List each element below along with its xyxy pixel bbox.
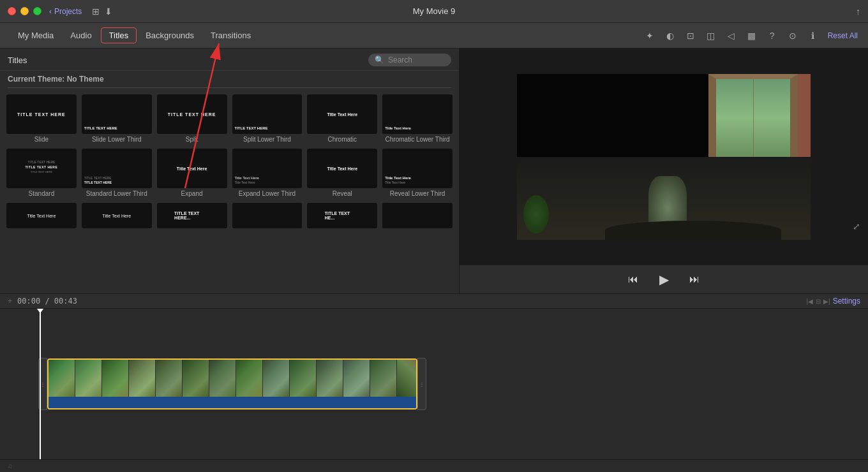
skip-back-button[interactable]: ⏮ bbox=[624, 270, 642, 288]
titlebar: ‹ Projects ⊞ ⬇ My Movie 9 ↑ bbox=[0, 0, 868, 23]
video-preview: ⤢ bbox=[460, 48, 868, 265]
film-frame bbox=[397, 360, 416, 398]
title-item-reveal[interactable]: Title Text Here Reveal bbox=[306, 147, 378, 199]
title-item-row3-3[interactable]: TITLE TEXT HERE... bbox=[156, 202, 228, 230]
timeline-footer: ♫ bbox=[0, 459, 868, 472]
preview-panel: ⤢ ⏮ ▶ ⏭ bbox=[460, 48, 868, 293]
theme-header: Current Theme: No Theme bbox=[0, 71, 459, 87]
film-frame bbox=[317, 360, 343, 398]
title-item-row3-1[interactable]: Title Text Here bbox=[5, 202, 78, 230]
close-button[interactable] bbox=[8, 7, 16, 15]
title-item-split[interactable]: TITLE TEXT HERE Split bbox=[156, 93, 228, 145]
film-frame bbox=[75, 360, 102, 398]
title-item-expand-lower[interactable]: Title Text Here Title Text Here Expand L… bbox=[231, 147, 304, 199]
title-name-reveal-lower: Reveal Lower Third bbox=[390, 190, 445, 198]
tab-titles[interactable]: Titles bbox=[101, 27, 137, 43]
playhead[interactable] bbox=[40, 309, 41, 459]
zoom-out-icon[interactable]: |◀ bbox=[806, 298, 813, 305]
video-clip[interactable] bbox=[47, 358, 417, 409]
timeline-footer-icon: ♫ bbox=[8, 462, 13, 469]
person-icon[interactable]: ⊙ bbox=[787, 30, 798, 41]
title-name-chromatic-lower: Chromatic Lower Third bbox=[385, 136, 450, 144]
film-frame bbox=[183, 360, 209, 398]
titles-grid: TITLE TEXT HERE Slide TITLE TEXT HERE Sl… bbox=[5, 93, 454, 230]
minimize-button[interactable] bbox=[20, 7, 29, 15]
film-frame bbox=[156, 360, 183, 398]
search-icon: 🔍 bbox=[375, 55, 384, 64]
wand-icon[interactable]: ✦ bbox=[644, 30, 655, 41]
traffic-lights bbox=[8, 7, 41, 15]
fullscreen-button[interactable]: ⤢ bbox=[853, 221, 860, 232]
back-label: Projects bbox=[54, 7, 82, 16]
back-button[interactable]: ‹ Projects bbox=[49, 7, 82, 16]
film-frame bbox=[102, 360, 129, 398]
palette-icon[interactable]: ◐ bbox=[664, 30, 676, 41]
timeline-add-icon[interactable]: + bbox=[8, 297, 12, 306]
title-name-standard-lower: Standard Lower Third bbox=[86, 190, 147, 198]
titles-grid-container[interactable]: TITLE TEXT HERE Slide TITLE TEXT HERE Sl… bbox=[0, 88, 459, 293]
search-input[interactable] bbox=[388, 55, 445, 64]
title-item-standard-lower[interactable]: TITLE TEXT HERE TITLE TEXT HERE Standard… bbox=[80, 147, 153, 199]
title-item-split-lower[interactable]: TITLE TEXT HERE Split Lower Third bbox=[231, 93, 304, 145]
film-frame bbox=[129, 360, 156, 398]
camera-icon[interactable]: ◫ bbox=[705, 30, 717, 41]
titles-header: Titles 🔍 bbox=[0, 48, 459, 71]
zoom-in-icon[interactable]: ▶| bbox=[823, 298, 830, 305]
title-item-expand[interactable]: Title Text Here Expand bbox=[156, 147, 228, 199]
film-frame bbox=[370, 360, 397, 398]
chevron-left-icon: ‹ bbox=[49, 7, 52, 16]
film-frame bbox=[290, 360, 317, 398]
grid-icon[interactable]: ⊞ bbox=[92, 6, 100, 17]
tab-backgrounds[interactable]: Backgrounds bbox=[138, 28, 202, 43]
bars-icon[interactable]: ▦ bbox=[746, 30, 758, 41]
film-frame bbox=[209, 360, 236, 398]
titles-panel: Titles 🔍 Current Theme: No Theme TITLE T… bbox=[0, 48, 460, 293]
title-item-reveal-lower[interactable]: Title Text Here Title Text Here Reveal L… bbox=[381, 147, 454, 199]
title-name-standard: Standard bbox=[29, 190, 55, 198]
skip-forward-button[interactable]: ⏭ bbox=[685, 270, 703, 288]
toolbar: My Media Audio Titles Backgrounds Transi… bbox=[0, 23, 868, 48]
reset-all-button[interactable]: Reset All bbox=[828, 31, 858, 40]
title-name-expand: Expand bbox=[181, 190, 203, 198]
download-icon[interactable]: ⬇ bbox=[105, 6, 112, 17]
toolbar-icons: ✦ ◐ ⊡ ◫ ◁ ▦ ? ⊙ ℹ Reset All bbox=[644, 30, 858, 41]
search-box[interactable]: 🔍 bbox=[368, 54, 451, 66]
question-icon[interactable]: ? bbox=[767, 30, 778, 41]
film-frame bbox=[49, 360, 75, 398]
title-name-slide-lower: Slide Lower Third bbox=[92, 136, 142, 144]
title-name-slide: Slide bbox=[34, 136, 49, 144]
title-item-row3-4[interactable] bbox=[231, 202, 304, 230]
timeline-area: + 00:00 / 00:43 |◀ ⊟ ▶| Settings ⋮ bbox=[0, 293, 868, 472]
title-item-row3-5[interactable]: TITLE TEXT HE... bbox=[306, 202, 378, 230]
settings-button[interactable]: Settings bbox=[833, 297, 860, 306]
play-button[interactable]: ▶ bbox=[655, 270, 673, 288]
preview-controls: ⏮ ▶ ⏭ bbox=[460, 265, 868, 293]
title-item-slide[interactable]: TITLE TEXT HERE Slide bbox=[5, 93, 78, 145]
clip-handle-right[interactable]: ⋮ bbox=[417, 358, 426, 410]
film-frame bbox=[343, 360, 370, 398]
playhead-triangle bbox=[36, 309, 44, 313]
volume-icon[interactable]: ◁ bbox=[726, 30, 737, 41]
crop-icon[interactable]: ⊡ bbox=[685, 30, 696, 41]
title-name-reveal: Reveal bbox=[333, 190, 352, 198]
title-name-split-lower: Split Lower Third bbox=[243, 136, 291, 144]
tab-transitions[interactable]: Transitions bbox=[203, 28, 258, 43]
title-item-chromatic[interactable]: Title Text Here Chromatic bbox=[306, 93, 378, 145]
info-icon[interactable]: ℹ bbox=[807, 30, 819, 41]
film-frame bbox=[263, 360, 290, 398]
maximize-button[interactable] bbox=[33, 7, 41, 15]
tab-audio[interactable]: Audio bbox=[63, 28, 99, 43]
nav-tabs: My Media Audio Titles Backgrounds Transi… bbox=[10, 27, 258, 43]
titles-label: Titles bbox=[8, 55, 27, 65]
title-name-expand-lower: Expand Lower Third bbox=[239, 190, 296, 198]
title-name-chromatic: Chromatic bbox=[327, 136, 357, 144]
title-item-chromatic-lower[interactable]: Title Text Here Chromatic Lower Third bbox=[381, 93, 454, 145]
tab-my-media[interactable]: My Media bbox=[10, 28, 61, 43]
clip-filmstrip bbox=[49, 360, 416, 398]
title-item-row3-6[interactable] bbox=[381, 202, 454, 230]
share-icon[interactable]: ↑ bbox=[856, 6, 860, 17]
timeline-content[interactable]: ⋮ bbox=[0, 309, 868, 459]
title-item-row3-2[interactable]: Title Text Here bbox=[80, 202, 153, 230]
title-item-standard[interactable]: TITLE TEXT HERE TITLE TEXT HERE TITLE TE… bbox=[5, 147, 78, 199]
title-item-slide-lower[interactable]: TITLE TEXT HERE Slide Lower Third bbox=[80, 93, 153, 145]
